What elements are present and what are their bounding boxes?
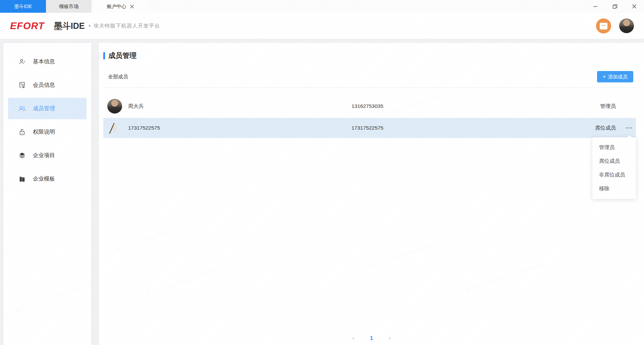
ellipsis-dots (626, 127, 632, 129)
folders-icon (18, 175, 26, 183)
member-role: 席位成员 (595, 118, 616, 138)
pagination: ‹ 1 › (99, 335, 644, 342)
top-tab-bar: 墨斗IDE 模板市场 账户中心 (0, 0, 644, 13)
sidebar-item-enterprise-templates[interactable]: 企业模板 (8, 168, 87, 190)
account-sidebar: 基本信息 会员信息 成员管理 (3, 43, 91, 345)
user-card-icon (18, 58, 26, 66)
all-members-label: 全部成员 (108, 74, 128, 80)
sidebar-item-enterprise-projects[interactable]: 企业项目 (8, 145, 87, 166)
sidebar-item-label: 基本信息 (33, 58, 55, 65)
sidebar-item-label: 企业项目 (33, 152, 55, 159)
tab-close-icon[interactable] (130, 4, 134, 9)
user-avatar[interactable] (619, 18, 634, 33)
next-page-icon[interactable]: › (385, 335, 394, 342)
add-member-label: 添加成员 (608, 74, 628, 80)
menu-item-non-seat-member[interactable]: 非席位成员 (592, 168, 636, 182)
layers-icon (18, 151, 26, 159)
store-bag-icon[interactable] (596, 18, 611, 33)
member-row[interactable]: 周大兵 13162753035 管理员 (103, 96, 636, 116)
sidebar-item-member-management[interactable]: 成员管理 (8, 98, 87, 119)
tab-label: 墨斗IDE (14, 3, 32, 10)
app-window: 墨斗IDE 模板市场 账户中心 (0, 0, 644, 345)
sidebar-item-label: 企业模板 (33, 175, 55, 183)
sidebar-item-label: 成员管理 (33, 105, 55, 112)
menu-item-admin[interactable]: 管理员 (592, 141, 636, 154)
plus-icon: + (603, 74, 606, 80)
sidebar-item-label: 会员信息 (33, 81, 55, 89)
product-tagline: 埃夫特旗下机器人开发平台 (94, 22, 160, 29)
window-controls (586, 0, 644, 13)
minimize-button[interactable] (586, 0, 605, 13)
current-page[interactable]: 1 (367, 335, 376, 342)
role-context-menu: 管理员 席位成员 非席位成员 移除 (592, 137, 636, 199)
tab-label: 模板市场 (59, 3, 78, 10)
lock-icon (18, 128, 26, 136)
tab-account-center[interactable]: 账户中心 (92, 0, 149, 13)
page-title-row: 成员管理 (103, 51, 644, 60)
member-name: 周大兵 (128, 96, 144, 116)
member-role: 管理员 (600, 96, 616, 116)
sidebar-item-label: 权限说明 (33, 128, 55, 136)
member-toolbar: 全部成员 + 添加成员 (108, 71, 633, 82)
page-title: 成员管理 (108, 51, 137, 60)
menu-item-remove[interactable]: 移除 (592, 182, 636, 196)
maximize-button[interactable] (605, 0, 625, 13)
member-row[interactable]: 17317522575 17317522575 席位成员 (103, 118, 636, 138)
prev-page-icon[interactable]: ‹ (349, 335, 358, 342)
toolbar-divider (103, 87, 636, 88)
tab-template-market[interactable]: 模板市场 (46, 0, 92, 13)
member-phone: 13162753035 (352, 96, 383, 116)
member-avatar (107, 99, 122, 114)
separator-dot: • (89, 23, 91, 29)
tab-modou-ide[interactable]: 墨斗IDE (0, 0, 46, 13)
header-right (596, 18, 634, 33)
member-list: 周大兵 13162753035 管理员 17317522575 17317522… (103, 96, 636, 138)
efort-logo: EFORT (10, 20, 45, 31)
product-name: 墨斗IDE (54, 20, 85, 31)
member-management-panel: 成员管理 全部成员 + 添加成员 周大兵 13162753035 管理员 173… (99, 43, 644, 345)
add-member-button[interactable]: + 添加成员 (597, 71, 633, 82)
tab-label: 账户中心 (107, 3, 126, 10)
menu-item-seat-member[interactable]: 席位成员 (592, 154, 636, 168)
member-name: 17317522575 (128, 118, 160, 138)
app-header: EFORT 墨斗IDE • 埃夫特旗下机器人开发平台 (0, 13, 644, 39)
sidebar-item-membership-info[interactable]: 会员信息 (8, 74, 87, 96)
members-icon (18, 105, 26, 113)
sidebar-item-basic-info[interactable]: 基本信息 (8, 51, 87, 72)
certificate-icon (18, 81, 26, 89)
close-button[interactable] (625, 0, 644, 13)
title-accent-bar (103, 52, 105, 59)
sidebar-item-permissions[interactable]: 权限说明 (8, 121, 87, 143)
member-phone: 17317522575 (352, 118, 383, 138)
